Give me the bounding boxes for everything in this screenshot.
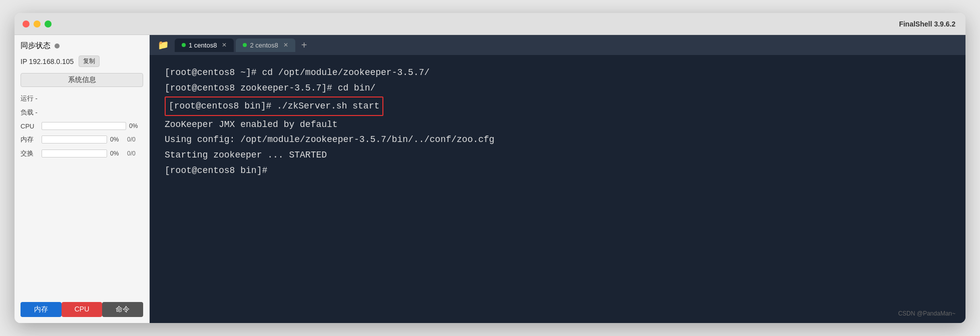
highlighted-command: [root@centos8 bin]# ./zkServer.sh start xyxy=(165,96,383,116)
maximize-button[interactable] xyxy=(45,20,52,28)
swap-fraction: 0/0 xyxy=(127,150,143,157)
cpu-value: 0% xyxy=(129,122,143,130)
close-button[interactable] xyxy=(23,20,30,28)
main-content: 同步状态 IP 192.168.0.105 复制 系统信息 运行 - 负载 - … xyxy=(15,35,965,323)
memory-stat-label: 内存 xyxy=(21,135,39,144)
traffic-lights xyxy=(23,20,52,28)
run-label: 运行 - xyxy=(21,94,39,103)
terminal-line: Using config: /opt/module/zookeeper-3.5.… xyxy=(165,132,950,148)
sync-status: 同步状态 xyxy=(21,41,143,50)
memory-row: 内存 0% 0/0 xyxy=(21,135,143,144)
terminal-line: [root@centos8 zookeeper-3.5.7]# cd bin/ xyxy=(165,80,950,96)
bottom-tabs: 内存 CPU 命令 xyxy=(21,302,143,317)
memory-fraction: 0/0 xyxy=(127,136,143,143)
ip-label: IP 192.168.0.105 xyxy=(21,58,74,66)
watermark: CSDN @PandaMan~ xyxy=(898,310,955,317)
app-title: FinalShell 3.9.6.2 xyxy=(899,20,955,28)
memory-bar xyxy=(42,136,107,144)
run-row: 运行 - xyxy=(21,94,143,103)
cpu-label: CPU xyxy=(21,122,39,130)
tab2-label: 2 centos8 xyxy=(250,42,278,49)
memory-value: 0% xyxy=(110,136,124,143)
terminal-line: [root@centos8 ~]# cd /opt/module/zookeep… xyxy=(165,65,950,80)
tab1-label: 1 centos8 xyxy=(189,42,217,49)
minimize-button[interactable] xyxy=(34,20,41,28)
load-label: 负载 - xyxy=(21,108,39,117)
terminal-line: [root@centos8 bin]# xyxy=(165,163,950,178)
terminal-area: 📁 1 centos8 ✕ 2 centos8 ✕ + [root@c xyxy=(150,35,965,323)
new-tab-button[interactable]: + xyxy=(297,40,311,51)
swap-row: 交换 0% 0/0 xyxy=(21,149,143,158)
title-bar: FinalShell 3.9.6.2 xyxy=(15,13,965,35)
copy-button[interactable]: 复制 xyxy=(79,56,100,67)
tab1-dot xyxy=(182,43,186,47)
ip-row: IP 192.168.0.105 复制 xyxy=(21,56,143,67)
tab-2-centos8[interactable]: 2 centos8 ✕ xyxy=(236,38,295,52)
sidebar: 同步状态 IP 192.168.0.105 复制 系统信息 运行 - 负载 - … xyxy=(15,35,150,323)
swap-label: 交换 xyxy=(21,149,39,158)
tab-1-centos8[interactable]: 1 centos8 ✕ xyxy=(175,38,234,52)
sys-info-button[interactable]: 系统信息 xyxy=(21,73,143,87)
tab2-close[interactable]: ✕ xyxy=(283,42,288,48)
terminal-line: Starting zookeeper ... STARTED xyxy=(165,148,950,163)
swap-value: 0% xyxy=(110,150,124,157)
tab2-dot xyxy=(243,43,247,47)
tab1-close[interactable]: ✕ xyxy=(222,42,227,48)
folder-icon[interactable]: 📁 xyxy=(154,40,173,50)
tab-memory[interactable]: 内存 xyxy=(21,302,62,317)
load-row: 负载 - xyxy=(21,108,143,117)
cpu-row: CPU 0% xyxy=(21,122,143,130)
terminal-line: ZooKeeper JMX enabled by default xyxy=(165,117,950,132)
cpu-bar xyxy=(42,122,126,130)
terminal-content[interactable]: [root@centos8 ~]# cd /opt/module/zookeep… xyxy=(150,55,965,323)
tab-cmd[interactable]: 命令 xyxy=(102,302,143,317)
swap-bar xyxy=(42,150,107,158)
main-window: FinalShell 3.9.6.2 同步状态 IP 192.168.0.105… xyxy=(15,13,965,323)
tab-bar: 📁 1 centos8 ✕ 2 centos8 ✕ + xyxy=(150,35,965,55)
sync-label: 同步状态 xyxy=(21,41,51,50)
sync-dot xyxy=(55,44,60,48)
tab-cpu[interactable]: CPU xyxy=(62,302,103,317)
